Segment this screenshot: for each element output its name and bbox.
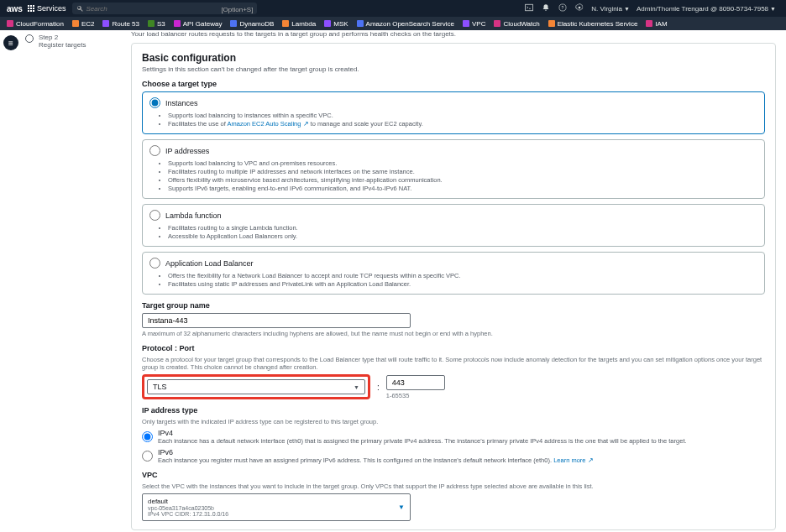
service-icon	[463, 20, 469, 27]
service-icon	[494, 20, 500, 27]
ip-bullet-1: Supports load balancing to VPC and on-pr…	[168, 159, 757, 167]
favorite-service[interactable]: DynamoDB	[230, 20, 274, 28]
favorite-service[interactable]: Route 53	[102, 20, 139, 28]
vpc-id: vpc-05ea317a4ca02305b	[148, 505, 228, 511]
region-selector[interactable]: N. Virginia▼	[591, 5, 630, 13]
side-panel-toggle-col: ≡	[0, 30, 20, 532]
service-name: MSK	[333, 20, 348, 28]
svg-text:?: ?	[562, 5, 564, 10]
lambda-bullet-2: Accessible to Application Load Balancers…	[168, 232, 757, 240]
instances-radio[interactable]	[149, 97, 160, 108]
favorite-service[interactable]: CloudFormation	[7, 20, 64, 28]
favorite-service[interactable]: VPC	[463, 20, 485, 28]
target-type-ip[interactable]: IP addresses Supports load balancing to …	[142, 139, 765, 199]
favorite-service[interactable]: IAM	[646, 20, 667, 28]
ipv4-radio[interactable]	[142, 429, 153, 445]
search-shortcut: [Option+S]	[221, 6, 253, 13]
instances-title: Instances	[165, 99, 198, 107]
step-number: Step 2	[39, 34, 86, 41]
service-icon	[7, 20, 13, 27]
page-intro: Your load balancer routes requests to th…	[131, 30, 776, 38]
vpc-select[interactable]: default vpc-05ea317a4ca02305b IPv4 VPC C…	[142, 493, 411, 521]
ipv6-learn-more-link[interactable]: Learn more ↗	[553, 456, 593, 464]
svg-point-3	[579, 7, 581, 9]
main-content: Your load balancer routes requests to th…	[121, 30, 786, 532]
service-icon	[646, 20, 652, 27]
favorite-service[interactable]: S3	[148, 20, 165, 28]
settings-icon[interactable]	[575, 3, 584, 13]
aws-logo[interactable]: aws	[7, 4, 23, 13]
service-icon	[548, 20, 555, 27]
tg-name-input[interactable]	[142, 313, 411, 328]
service-name: IAM	[655, 20, 667, 28]
global-search[interactable]: [Option+S]	[72, 3, 257, 14]
target-type-instances[interactable]: Instances Supports load balancing to ins…	[142, 91, 765, 134]
service-icon	[148, 20, 155, 27]
cloudshell-icon[interactable]	[525, 3, 533, 13]
alb-radio[interactable]	[149, 258, 160, 269]
tg-name-label: Target group name	[142, 301, 765, 310]
favorite-service[interactable]: MSK	[324, 20, 348, 28]
ipv4-title: IPv4	[158, 429, 687, 437]
instances-bullet-1: Supports load balancing to instances wit…	[168, 112, 757, 119]
autoscaling-link[interactable]: Amazon EC2 Auto Scaling ↗	[227, 120, 308, 128]
service-icon	[230, 20, 237, 27]
service-icon	[102, 20, 109, 27]
favorite-service[interactable]: CloudWatch	[494, 20, 539, 28]
favorites-bar: CloudFormationEC2Route 53S3API GatewayDy…	[0, 17, 786, 30]
account-menu[interactable]: Admin/Thomle Trengard @ 8090-5734-7958▼	[637, 5, 776, 13]
lambda-radio[interactable]	[149, 210, 160, 221]
vpc-cidr: IPv4 VPC CIDR: 172.31.0.0/16	[148, 511, 228, 517]
ip-bullet-3: Offers flexibility with microservice bas…	[168, 176, 757, 184]
services-label: Services	[37, 4, 66, 13]
favorite-service[interactable]: Amazon OpenSearch Service	[357, 20, 454, 28]
target-type-alb[interactable]: Application Load Balancer Offers the fle…	[142, 252, 765, 295]
service-name: CloudFormation	[16, 20, 64, 28]
ipv6-radio[interactable]	[142, 448, 153, 464]
search-icon	[76, 5, 83, 12]
external-icon: ↗	[588, 456, 594, 464]
svg-rect-0	[526, 4, 533, 11]
tg-name-hint: A maximum of 32 alphanumeric characters …	[142, 330, 765, 337]
protocol-port-hint: Choose a protocol for your target group …	[142, 356, 765, 371]
target-type-label: Choose a target type	[142, 80, 765, 88]
vpc-label: VPC	[142, 471, 765, 479]
service-icon	[72, 20, 79, 27]
notifications-icon[interactable]	[542, 3, 550, 13]
service-icon	[174, 20, 181, 27]
ipv6-desc: Each instance you register must have an …	[158, 456, 553, 464]
target-type-lambda[interactable]: Lambda function Facilitates routing to a…	[142, 204, 765, 247]
service-icon	[324, 20, 331, 27]
favorite-service[interactable]: Lambda	[282, 20, 316, 28]
ip-type-ipv4[interactable]: IPv4Each instance has a default network …	[142, 429, 765, 445]
ipv6-title: IPv6	[158, 448, 594, 456]
lambda-title: Lambda function	[165, 211, 222, 220]
ip-type-label: IP address type	[142, 406, 765, 415]
port-input[interactable]	[386, 375, 445, 390]
favorite-service[interactable]: Elastic Kubernetes Service	[548, 20, 638, 28]
wizard-step-2[interactable]: Step 2 Register targets	[25, 34, 116, 49]
help-icon[interactable]: ?	[558, 3, 567, 13]
step-title: Register targets	[39, 41, 86, 49]
ip-type-ipv6[interactable]: IPv6Each instance you register must have…	[142, 448, 765, 464]
favorite-service[interactable]: API Gateway	[174, 20, 223, 28]
service-name: Amazon OpenSearch Service	[366, 20, 454, 28]
instances-bullet-2: Facilitates the use of Amazon EC2 Auto S…	[168, 120, 757, 128]
service-name: Lambda	[291, 20, 316, 28]
ip-bullet-2: Facilitates routing to multiple IP addre…	[168, 168, 757, 175]
services-menu[interactable]: Services	[28, 4, 66, 13]
service-name: S3	[157, 20, 165, 28]
search-input[interactable]	[86, 5, 186, 13]
service-name: CloudWatch	[503, 20, 539, 28]
service-name: DynamoDB	[239, 20, 274, 28]
favorite-service[interactable]: EC2	[72, 20, 95, 28]
ip-radio[interactable]	[149, 145, 160, 156]
service-name: VPC	[472, 20, 485, 28]
vpc-hint: Select the VPC with the instances that y…	[142, 482, 765, 490]
protocol-select[interactable]: TLS ▼	[147, 379, 365, 394]
protocol-value: TLS	[153, 383, 167, 391]
protocol-port-label: Protocol : Port	[142, 344, 765, 352]
global-nav: aws Services [Option+S] ? N. Virginia▼ A…	[0, 0, 786, 17]
alb-bullet-1: Offers the flexibility for a Network Loa…	[168, 272, 757, 279]
side-panel-toggle[interactable]: ≡	[3, 35, 18, 50]
